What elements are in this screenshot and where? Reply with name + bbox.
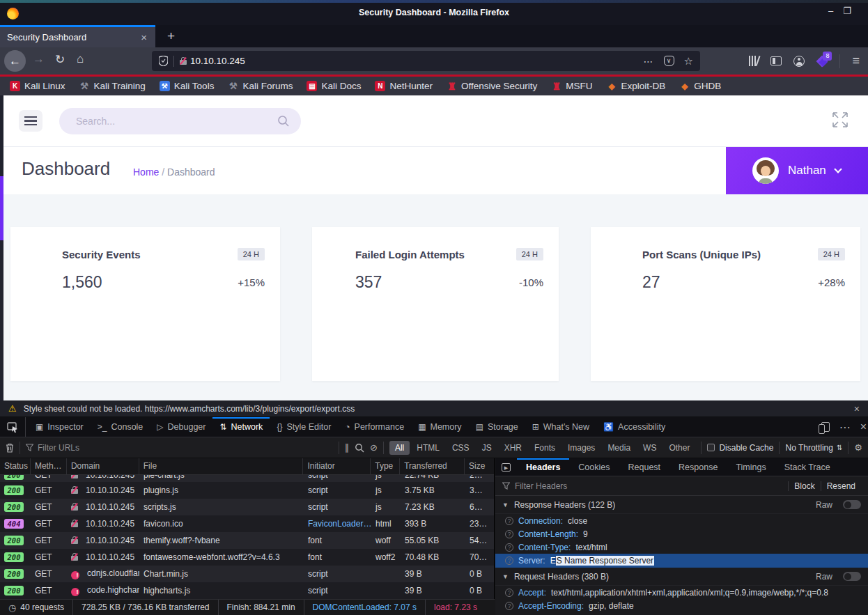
bookmark-offensive-security[interactable]: ♜Offensive Security [447, 81, 537, 91]
tab-response[interactable]: Response [669, 458, 727, 476]
tab-headers[interactable]: Headers [517, 458, 569, 476]
block-button[interactable]: Block [788, 481, 820, 491]
table-row[interactable]: 200 GET 10.10.10.245 fontawesome-webfont… [0, 549, 494, 566]
raw-toggle[interactable] [843, 500, 861, 509]
bookmark-nethunter[interactable]: NNetHunter [375, 81, 433, 91]
sidebar-toggle-icon[interactable] [770, 56, 782, 65]
table-row[interactable]: 200 GET 10.10.10.245 scripts.js script j… [0, 499, 494, 515]
initiator-link[interactable]: FaviconLoader… [304, 519, 371, 529]
filter-headers-input[interactable] [515, 481, 783, 491]
window-controls[interactable]: –❐ [828, 6, 861, 16]
tab-accessibility[interactable]: ♿Accessibility [596, 417, 672, 437]
tab-console[interactable]: >_Console [91, 417, 150, 437]
filter-all[interactable]: All [389, 441, 410, 455]
filter-images[interactable]: Images [562, 441, 600, 455]
fullscreen-expand-icon[interactable] [831, 111, 849, 129]
bookmark-kali-linux[interactable]: KKali Linux [10, 81, 65, 91]
filter-urls-input[interactable] [38, 443, 177, 453]
header-row[interactable]: ? Accept-Encoding: gzip, deflate [495, 599, 868, 612]
tab-storage[interactable]: ▤Storage [469, 417, 525, 437]
help-icon[interactable]: ? [505, 517, 513, 525]
table-header[interactable]: Status Meth… Domain File Initiator Type … [0, 458, 494, 475]
help-icon[interactable]: ? [505, 530, 513, 538]
header-row[interactable]: ? Connection: close [495, 514, 868, 527]
filter-media[interactable]: Media [602, 441, 636, 455]
table-row[interactable]: 200 GET 10.10.10.245 pie-chart.js script… [0, 475, 494, 482]
header-row[interactable]: ? Accept: text/html,application/xhtml+xm… [495, 586, 868, 599]
throttling-dropdown[interactable]: No Throttling⇅ [785, 443, 842, 453]
tab-debugger[interactable]: ▷Debugger [150, 417, 212, 437]
clear-requests-icon[interactable] [6, 443, 14, 453]
forward-button[interactable]: → [33, 52, 45, 66]
new-tab-button[interactable]: + [162, 27, 180, 45]
tab-memory[interactable]: ▦Memory [411, 417, 469, 437]
tab-stack-trace[interactable]: Stack Trace [775, 458, 839, 476]
sidebar-toggle-button[interactable] [19, 110, 42, 132]
col-domain[interactable]: Domain [67, 458, 139, 474]
search-input[interactable] [76, 116, 277, 127]
col-file[interactable]: File [139, 458, 304, 474]
split-panel-icon[interactable]: ▶ [495, 458, 517, 476]
back-button[interactable]: ← [4, 50, 26, 72]
col-initiator[interactable]: Initiator [303, 458, 371, 474]
tab-style-editor[interactable]: {}Style Editor [270, 417, 338, 437]
url-bar[interactable]: 10.10.10.245 ⋯ ∨ ☆ [152, 51, 700, 71]
responsive-design-icon[interactable] [821, 422, 830, 432]
bookmark-kali-docs[interactable]: ▤Kali Docs [307, 81, 361, 91]
pocket-icon[interactable]: ∨ [664, 56, 674, 66]
tab-security-dashboard[interactable]: Security Dashboard × [0, 25, 155, 47]
extension-icon[interactable]: 8 [816, 56, 828, 67]
bookmark-kali-tools[interactable]: ⚒Kali Tools [160, 81, 215, 91]
tab-network[interactable]: ⇅Network [212, 417, 270, 437]
url-text[interactable]: 10.10.10.245 [190, 56, 644, 66]
breadcrumb-home-link[interactable]: Home [133, 166, 159, 178]
tab-request[interactable]: Request [619, 458, 670, 476]
help-icon[interactable]: ? [505, 543, 513, 552]
bookmark-ghdb[interactable]: ◆GHDB [679, 81, 721, 91]
library-icon[interactable] [749, 56, 759, 66]
resend-button[interactable]: Resend [821, 481, 861, 491]
help-icon[interactable]: ? [505, 556, 513, 565]
filter-other[interactable]: Other [663, 441, 695, 455]
header-row[interactable]: ? Content-Length: 9 [495, 527, 868, 540]
insecure-lock-icon[interactable] [180, 57, 187, 65]
filter-css[interactable]: CSS [447, 441, 475, 455]
home-button[interactable]: ⌂ [77, 52, 84, 66]
tab-whats-new[interactable]: ⊞What's New [525, 417, 596, 437]
pause-recording-icon[interactable]: ∥ [345, 442, 350, 453]
maximize-button[interactable]: ❐ [843, 6, 861, 16]
bookmark-exploit-db[interactable]: ◆Exploit-DB [607, 81, 666, 91]
devtools-more-icon[interactable]: ⋯ [839, 421, 851, 434]
disable-cache-checkbox[interactable]: Disable Cache [707, 443, 773, 453]
bookmark-msfu[interactable]: ♜MSFU [551, 81, 592, 91]
app-menu-icon[interactable]: ≡ [852, 54, 860, 68]
tab-cookies[interactable]: Cookies [569, 458, 619, 476]
bookmark-star-icon[interactable]: ☆ [684, 55, 693, 68]
block-requests-icon[interactable]: ⊘ [370, 442, 378, 453]
network-settings-gear-icon[interactable]: ⚙ [854, 442, 862, 453]
tab-inspector[interactable]: ▣Inspector [29, 417, 91, 437]
help-icon[interactable]: ? [505, 602, 513, 610]
header-row-server-selected[interactable]: ? Server: ES Name Response Server [495, 554, 868, 568]
warning-close-icon[interactable]: × [854, 403, 860, 414]
minimize-button[interactable]: – [828, 6, 843, 16]
table-row[interactable]: 200 GET !cdnjs.cloudflar… Chart.min.js s… [0, 566, 494, 582]
search-bar[interactable] [59, 108, 301, 134]
filter-xhr[interactable]: XHR [499, 441, 527, 455]
table-row[interactable]: 200 GET 10.10.10.245 themify.woff?-fvban… [0, 532, 494, 549]
filter-js[interactable]: JS [476, 441, 497, 455]
account-icon[interactable] [793, 56, 805, 67]
filter-fonts[interactable]: Fonts [529, 441, 561, 455]
tab-close-icon[interactable]: × [138, 31, 150, 43]
bookmark-kali-forums[interactable]: ⚒Kali Forums [228, 81, 293, 91]
tab-timings[interactable]: Timings [727, 458, 775, 476]
table-row[interactable]: 200 GET !code.highchart… highcharts.js s… [0, 582, 494, 599]
devtools-close-icon[interactable]: × [860, 421, 867, 433]
request-headers-section[interactable]: ▼ Request Headers (380 B) Raw [495, 568, 868, 586]
user-menu[interactable]: Nathan [726, 147, 868, 194]
col-type[interactable]: Type [371, 458, 400, 474]
page-actions-icon[interactable]: ⋯ [644, 56, 654, 67]
table-row[interactable]: 404 GET 10.10.10.245 favicon.ico Favicon… [0, 515, 494, 532]
col-transferred[interactable]: Transferred [400, 458, 465, 474]
filter-html[interactable]: HTML [411, 441, 445, 455]
